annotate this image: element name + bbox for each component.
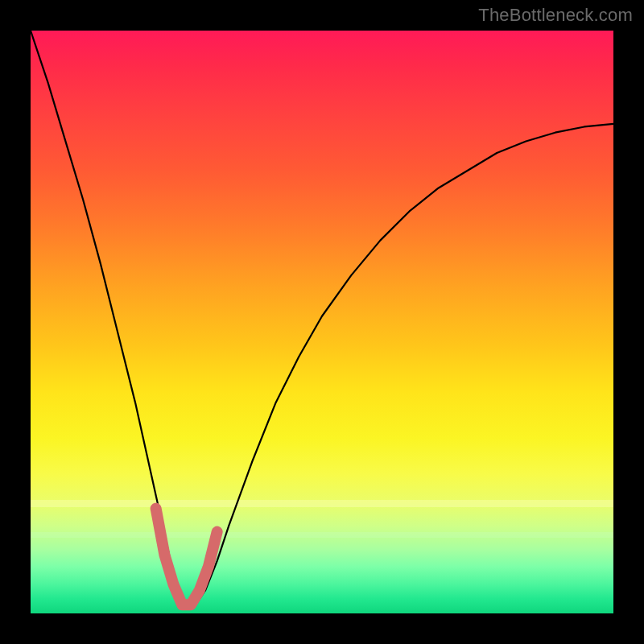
watermark-text: TheBottleneck.com [478, 5, 633, 26]
plot-area [31, 31, 613, 613]
chart-curve-svg [31, 31, 613, 613]
curve-line [31, 31, 613, 608]
curve-valley-highlight [156, 509, 217, 605]
outer-frame: TheBottleneck.com [0, 0, 644, 644]
